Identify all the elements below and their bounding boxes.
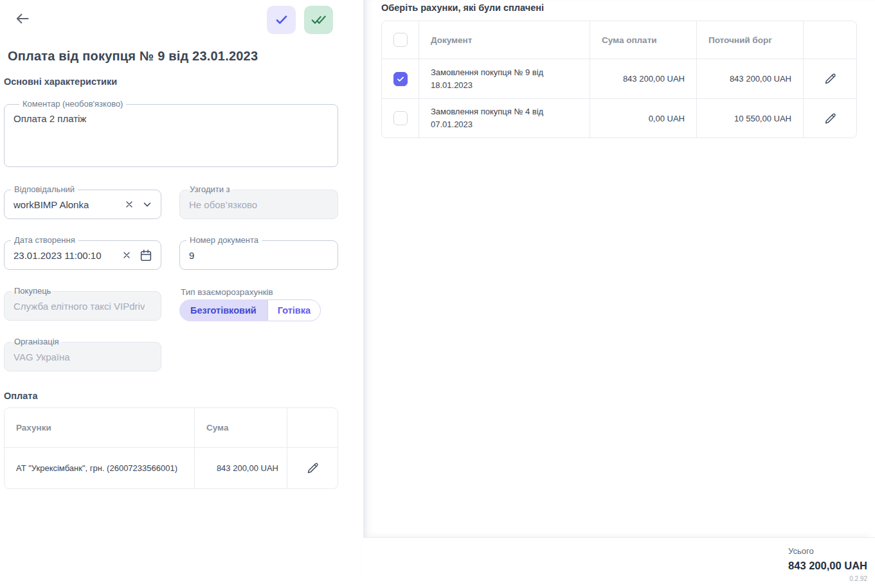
settlement-type-option-cashless[interactable]: Безготівковий <box>179 299 267 321</box>
buyer-field: Покупець Служба елітного таксі VIPdriv <box>4 291 161 321</box>
payment-sum-column-header: Сума оплати <box>590 21 696 58</box>
comment-value: Оплата 2 платіж <box>14 113 86 124</box>
document-cell: Замовлення покупця № 4 від 07.01.2023 <box>419 99 590 138</box>
agree-with-placeholder: Не обов’язково <box>189 199 257 210</box>
save-button[interactable] <box>267 6 296 34</box>
responsible-value: workBIMP Alonka <box>14 199 89 210</box>
invoices-panel: Оберіть рахунки, які були сплачені Докум… <box>363 0 875 588</box>
edit-payment-row-button[interactable] <box>301 457 324 480</box>
total-value: 843 200,00 UAH <box>788 560 867 572</box>
table-header-row: Рахунки Сума <box>5 408 338 448</box>
settlement-type-label: Тип взаєморозрахунків <box>181 287 273 297</box>
pencil-icon <box>823 111 838 126</box>
invoices-table: Документ Сума оплати Поточний борг Замов… <box>381 21 857 138</box>
invoices-title: Оберіть рахунки, які були сплачені <box>381 0 857 13</box>
document-number-label: Номер документа <box>186 235 262 245</box>
x-clear-icon <box>122 250 132 260</box>
app-window: Оплата від покупця № 9 від 23.01.2023 Ос… <box>0 0 875 588</box>
settlement-type-option-cash[interactable]: Готівка <box>267 299 321 321</box>
current-debt-cell: 10 550,00 UAH <box>696 99 803 138</box>
section-main-title: Основні характеристики <box>4 76 338 87</box>
responsible-dropdown-button[interactable] <box>140 197 154 211</box>
organization-label: Організація <box>11 337 62 346</box>
document-cell: Замовлення покупця № 9 від 18.01.2023 <box>419 59 590 98</box>
responsible-clear-button[interactable] <box>123 198 136 211</box>
payment-sum-cell: 843 200,00 UAH <box>590 59 696 98</box>
accounts-column-header: Рахунки <box>5 408 194 447</box>
document-column-header: Документ <box>419 21 590 58</box>
back-button[interactable] <box>13 9 32 28</box>
payment-accounts-table: Рахунки Сума АТ "Укрексімбанк", грн. (26… <box>4 407 338 489</box>
calendar-icon <box>139 248 153 262</box>
payment-sum-cell: 0,00 UAH <box>590 99 696 138</box>
table-header-row: Документ Сума оплати Поточний борг <box>382 21 856 59</box>
pencil-icon <box>823 71 838 86</box>
select-all-checkbox[interactable] <box>393 33 408 47</box>
agree-with-field: Узгодити з Не обов’язково <box>179 190 338 219</box>
created-date-value: 23.01.2023 11:00:10 <box>14 250 102 261</box>
organization-value: VAG Україна <box>14 352 70 362</box>
document-number-value: 9 <box>189 250 194 261</box>
account-cell: АТ "Укрексімбанк", грн. (26007233566001) <box>5 448 194 488</box>
chevron-down-icon <box>141 199 153 210</box>
invoice-row: Замовлення покупця № 9 від 18.01.2023 84… <box>382 59 856 98</box>
payment-form-panel: Оплата від покупця № 9 від 23.01.2023 Ос… <box>0 0 363 588</box>
total-label: Усього <box>788 546 867 556</box>
section-payment-title: Оплата <box>4 391 338 401</box>
amount-column-header: Сума <box>194 408 287 447</box>
responsible-label: Відповідальний <box>11 184 78 194</box>
calendar-picker-button[interactable] <box>138 247 154 263</box>
responsible-field[interactable]: Відповідальний workBIMP Alonka <box>4 190 161 219</box>
current-debt-column-header: Поточний борг <box>696 21 803 58</box>
document-number-field[interactable]: Номер документа 9 <box>179 240 338 270</box>
comment-field[interactable]: Коментар (необов'язково) Оплата 2 платіж <box>4 104 338 167</box>
buyer-value: Служба елітного таксі VIPdriv <box>14 301 145 312</box>
x-clear-icon <box>124 199 134 209</box>
app-version: 0.2.92 <box>788 575 867 582</box>
settlement-type-group: Тип взаєморозрахунків Безготівковий Готі… <box>179 291 338 321</box>
save-and-post-button[interactable] <box>304 6 333 34</box>
invoice-row: Замовлення покупця № 4 від 07.01.2023 0,… <box>382 98 856 138</box>
pencil-icon <box>305 461 320 476</box>
back-arrow-icon <box>14 10 31 27</box>
double-check-icon <box>311 12 327 28</box>
comment-label: Коментар (необов'язково) <box>19 99 126 109</box>
agree-with-label: Узгодити з <box>186 184 233 194</box>
organization-field: Організація VAG Україна <box>4 342 161 371</box>
check-icon <box>273 12 290 28</box>
current-debt-cell: 843 200,00 UAH <box>696 59 803 98</box>
created-date-label: Дата створення <box>11 235 78 245</box>
invoice-checkbox[interactable] <box>393 72 408 86</box>
totals-footer: Усього 843 200,00 UAH 0.2.92 <box>363 537 875 588</box>
toolbar <box>267 6 333 34</box>
edit-invoice-row-button[interactable] <box>818 67 842 91</box>
page-title: Оплата від покупця № 9 від 23.01.2023 <box>8 49 338 64</box>
amount-cell: 843 200,00 UAH <box>194 448 287 488</box>
created-date-clear-button[interactable] <box>120 249 133 262</box>
buyer-label: Покупець <box>11 286 54 296</box>
created-date-field[interactable]: Дата створення 23.01.2023 11:00:10 <box>4 240 161 270</box>
invoice-checkbox[interactable] <box>393 111 408 125</box>
table-row: АТ "Укрексімбанк", грн. (26007233566001)… <box>5 448 338 488</box>
edit-invoice-row-button[interactable] <box>818 107 842 130</box>
